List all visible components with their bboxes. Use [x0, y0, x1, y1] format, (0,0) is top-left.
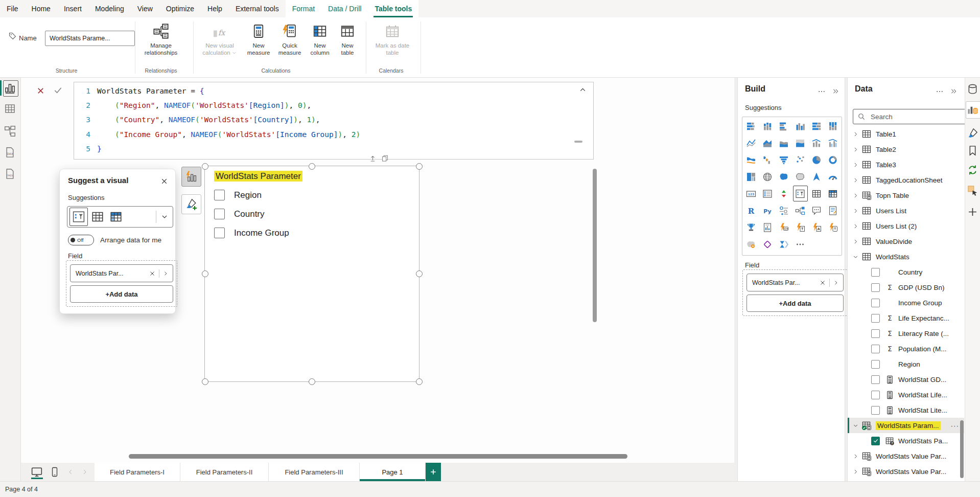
manage-relationships-button[interactable]: Manage relationships	[145, 22, 177, 56]
menu-tab-format[interactable]: Format	[286, 0, 321, 17]
formula-line[interactable]: 4 ("Income Group", NAMEOF('WorldStats'[I…	[74, 127, 593, 142]
field-row-region[interactable]: Region	[848, 356, 964, 372]
mobile-layout-icon[interactable]	[50, 467, 60, 477]
formula-line[interactable]: 1WorldStats Parameter = {	[74, 84, 593, 98]
azure-map-visual-button[interactable]	[809, 169, 824, 185]
matrix-visual-button[interactable]	[826, 186, 841, 201]
slicer-item[interactable]: Income Group	[214, 228, 289, 238]
slicer-visual-button[interactable]	[793, 186, 808, 201]
more-suggestions-button[interactable]	[158, 213, 171, 221]
waterfall-chart-visual-button[interactable]	[760, 152, 775, 168]
menu-tab-external-tools[interactable]: External tools	[229, 0, 286, 17]
formula-line[interactable]: 2 ("Region", NAMEOF('WorldStats'[Region]…	[74, 98, 593, 112]
more-options-icon[interactable]	[818, 87, 826, 96]
slicer-suggestion-button[interactable]	[69, 208, 88, 226]
page-tab-field-parameters-ii[interactable]: Field Parameters-II	[180, 463, 269, 481]
field-row-taggedlocationsheet[interactable]: TaggedLocationSheet	[848, 172, 964, 188]
checkbox-unchecked[interactable]	[214, 209, 225, 219]
field-row-worldstat-gd-[interactable]: WorldStat GD...	[848, 372, 964, 387]
canvas-vertical-scrollbar[interactable]	[593, 169, 597, 322]
add-data-button[interactable]: +Add data	[746, 295, 844, 312]
field-row-literacy-rate-[interactable]: ΣLiteracy Rate (...	[848, 326, 964, 341]
field-pill[interactable]: WorldStats Par...	[70, 264, 173, 282]
field-row-worldstats-value-par-[interactable]: WorldStats Value Par...	[848, 464, 964, 479]
data-pane-button[interactable]	[967, 83, 978, 95]
field-row-topn-table[interactable]: Topn Table	[848, 188, 964, 203]
chevron-right-icon[interactable]	[852, 468, 859, 475]
chevron-right-icon[interactable]	[852, 223, 859, 230]
decomposition-tree-visual-button[interactable]	[793, 202, 808, 218]
selection-handle[interactable]	[416, 163, 423, 170]
field-row-table1[interactable]: Table1	[848, 126, 964, 142]
arrange-data-toggle[interactable]: Off	[68, 235, 94, 245]
field-row-users-list[interactable]: Users List	[848, 203, 964, 218]
checkbox-unchecked[interactable]	[871, 299, 880, 307]
formula-cancel-button[interactable]	[36, 86, 45, 96]
field-row-worldstat-life-[interactable]: WorldStat Life...	[848, 387, 964, 402]
field-row-worldstats-pa-[interactable]: ?WorldStats Pa...	[848, 433, 964, 448]
chevron-right-icon[interactable]	[852, 453, 859, 460]
data-pane-scrollbar[interactable]	[960, 420, 964, 478]
clustered-column-chart-visual-button[interactable]	[793, 118, 808, 134]
field-row-worldstats[interactable]: WorldStats	[848, 249, 964, 264]
slicer-item[interactable]: Country	[214, 209, 289, 219]
bookmarks-pane-button[interactable]	[967, 145, 978, 156]
report-view-button[interactable]	[4, 82, 16, 94]
gauge-visual-button[interactable]	[826, 169, 841, 185]
menu-tab-table-tools[interactable]: Table tools	[368, 0, 418, 17]
field-row-worldstats-param-[interactable]: WorldStats Param...···	[848, 418, 964, 433]
menu-tab-data-drill[interactable]: Data / Drill	[321, 0, 368, 17]
selection-handle[interactable]	[202, 378, 208, 385]
field-pill[interactable]: WorldStats Par...	[746, 274, 844, 291]
paginated-report-visual-button[interactable]	[760, 219, 775, 235]
checkbox-unchecked[interactable]	[871, 283, 880, 292]
field-row-valuedivide[interactable]: ValueDivide	[848, 234, 964, 249]
page-tab-active[interactable]: Page 1	[360, 463, 426, 481]
menu-tab-insert[interactable]: Insert	[57, 0, 88, 17]
100-stacked-bar-chart-visual-button[interactable]	[809, 118, 824, 134]
row-menu-icon[interactable]: ···	[951, 422, 960, 430]
page-tab-field-parameters-i[interactable]: Field Parameters-I	[95, 463, 180, 481]
multi-row-card-visual-button[interactable]	[760, 186, 775, 201]
checkbox-unchecked[interactable]	[871, 329, 880, 338]
field-row-worldstat-lite-[interactable]: WorldStat Lite...	[848, 402, 964, 418]
add-data-button[interactable]: +Add data	[70, 285, 173, 303]
format-visual-button[interactable]	[181, 194, 201, 214]
selection-handle[interactable]	[309, 378, 315, 385]
area-chart-visual-button[interactable]	[760, 135, 775, 151]
menu-tab-file[interactable]: File	[0, 0, 25, 17]
stacked-area-chart-visual-button[interactable]	[777, 135, 791, 151]
next-page-icon[interactable]	[81, 468, 88, 476]
stacked-column-chart-visual-button[interactable]	[760, 118, 775, 134]
line-chart-visual-button[interactable]	[744, 135, 759, 151]
previous-page-icon[interactable]	[67, 468, 74, 476]
formula-line[interactable]: 3 ("Country", NAMEOF('WorldStats'[Countr…	[74, 112, 593, 127]
selection-handle[interactable]	[202, 270, 208, 277]
100-stacked-column-chart-visual-button[interactable]	[826, 118, 841, 134]
menu-tab-help[interactable]: Help	[201, 0, 229, 17]
checkbox-unchecked[interactable]	[214, 228, 225, 238]
more-visuals-visual-button[interactable]	[793, 236, 808, 252]
new-slicer-visual-button[interactable]	[793, 219, 808, 235]
build-visual-pane-button[interactable]	[967, 104, 978, 116]
suggest-visual-button[interactable]	[181, 167, 201, 187]
field-row-life-expectanc-[interactable]: ΣLife Expectanc...	[848, 310, 964, 326]
page-tab-field-parameters-iii[interactable]: Field Parameters-III	[269, 463, 360, 481]
shape-map-visual-button[interactable]	[793, 169, 808, 185]
chevron-right-icon[interactable]	[852, 162, 859, 168]
field-row-population-m-[interactable]: ΣPopulation (M...	[848, 341, 964, 356]
selection-handle[interactable]	[416, 378, 423, 385]
ribbon-chart-visual-button[interactable]	[744, 152, 759, 168]
chevron-down-icon[interactable]	[852, 422, 859, 429]
checkbox-unchecked[interactable]	[871, 345, 880, 353]
line-and-clustered-column-chart-visual-button[interactable]	[826, 135, 841, 151]
checkbox-unchecked[interactable]	[871, 406, 880, 415]
new-column-button[interactable]: New column	[307, 22, 333, 56]
formula-scroll-thumb[interactable]	[574, 141, 582, 143]
arcgis-map-visual-button[interactable]	[744, 236, 759, 252]
checkbox-unchecked[interactable]	[871, 268, 880, 277]
chevron-right-icon[interactable]	[852, 177, 859, 184]
formula-collapse-button[interactable]	[578, 85, 587, 94]
canvas-horizontal-scrollbar[interactable]	[129, 454, 627, 459]
field-row-table3[interactable]: Table3	[848, 157, 964, 172]
